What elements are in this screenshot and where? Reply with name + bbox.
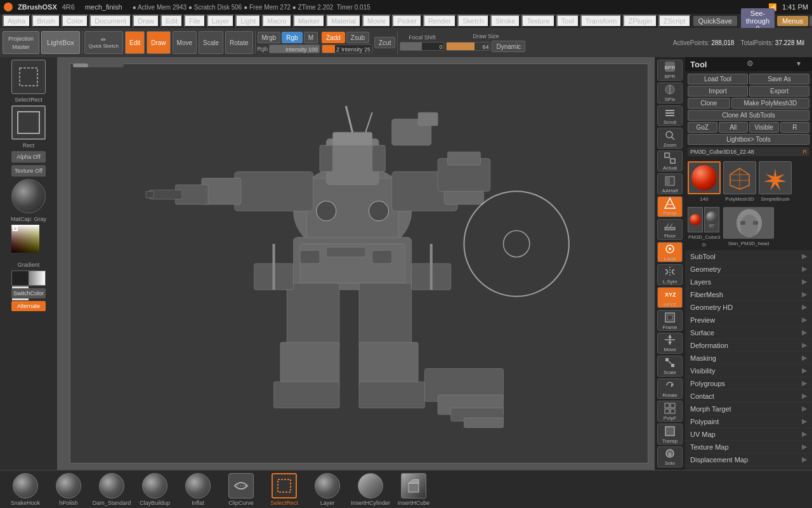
rotate-side-button[interactable]: Rotate — [657, 378, 683, 399]
quick-save-button[interactable]: QuickSave — [693, 16, 737, 26]
rgb-button[interactable]: Rgb — [282, 32, 302, 43]
menu-render[interactable]: Render — [423, 15, 456, 27]
dynamic-button[interactable]: Dynamic — [492, 41, 525, 52]
tool-section-geometry[interactable]: Geometry ▶ — [685, 263, 812, 276]
import-button[interactable]: Import — [688, 86, 748, 97]
zcut-button[interactable]: Zcut — [374, 37, 395, 48]
tool-section-polygroups[interactable]: Polygroups ▶ — [685, 377, 812, 390]
brush-insert-hcylinder[interactable]: InsertHCylinder — [351, 473, 390, 506]
edit-button[interactable]: Edit — [125, 31, 145, 54]
tool-section-texture-map[interactable]: Texture Map ▶ — [685, 441, 812, 453]
oxyz-button[interactable]: XYZ oXYZ — [657, 287, 683, 308]
bpr-button[interactable]: BPR BPR — [657, 60, 683, 81]
brush-dam-standard[interactable]: Dam_Standard — [93, 473, 131, 506]
tool-section-layers[interactable]: Layers ▶ — [685, 276, 812, 288]
canvas-area[interactable] — [57, 57, 655, 470]
persp-button[interactable]: Persp — [657, 196, 683, 217]
lightbox-button[interactable]: LightBox — [41, 31, 80, 54]
menu-color[interactable]: Color — [62, 15, 88, 27]
texture-off-button[interactable]: Texture Off — [11, 165, 46, 177]
thumb-pm3d-1[interactable]: 87 PM3D_Cube3D — [688, 207, 721, 248]
default-zscript-button[interactable]: DefaultZScript — [809, 16, 812, 26]
floor-button[interactable]: Floor — [657, 219, 683, 240]
clone-all-button[interactable]: Clone All SubTools — [688, 110, 809, 121]
tool-section-uv-map[interactable]: UV Map ▶ — [685, 428, 812, 441]
tool-section-visibility[interactable]: Visibility ▶ — [685, 364, 812, 377]
menu-sketch[interactable]: Sketch — [457, 15, 489, 27]
tool-section-masking[interactable]: Masking ▶ — [685, 352, 812, 364]
menu-alpha[interactable]: Alpha — [3, 15, 30, 27]
menu-macro[interactable]: Macro — [262, 15, 292, 27]
select-rect-icon[interactable] — [11, 60, 46, 94]
menu-document[interactable]: Document — [89, 15, 131, 27]
menu-zplugin[interactable]: ZPlugin — [623, 15, 657, 27]
tool-section-geometry-hd[interactable]: Geometry HD ▶ — [685, 301, 812, 314]
all-button[interactable]: All — [719, 122, 749, 133]
menu-brush[interactable]: Brush — [32, 15, 60, 27]
lsym-button[interactable]: L.Sym — [657, 264, 683, 285]
tool-section-subtool[interactable]: SubTool ▶ — [685, 250, 812, 263]
brush-selectrect[interactable]: SelectRect — [265, 473, 303, 506]
scale-side-button[interactable]: Scale — [657, 356, 683, 377]
thumb-simplebrush[interactable]: SimpleBrush — [759, 161, 792, 202]
menu-layer[interactable]: Layer — [207, 15, 235, 27]
menu-movie[interactable]: Movie — [362, 15, 391, 27]
clone-button[interactable]: Clone — [688, 98, 730, 109]
r-label[interactable]: R — [803, 149, 808, 155]
menu-picker[interactable]: Picker — [392, 15, 422, 27]
visible-button[interactable]: Visible — [749, 122, 779, 133]
tool-collapse-icon[interactable]: ▾ — [797, 59, 807, 69]
tool-settings-icon[interactable]: ⚙ — [747, 59, 757, 69]
mrgb-button[interactable]: Mrgb — [258, 32, 281, 43]
brush-insert-hcube[interactable]: InsertHCube — [395, 473, 433, 506]
polyf-button[interactable]: PolyF — [657, 401, 683, 422]
menu-material[interactable]: Material — [326, 15, 361, 27]
actual-button[interactable]: Actual — [657, 150, 683, 171]
focal-shift-slider[interactable]: 0 — [400, 42, 444, 51]
menu-draw[interactable]: Draw — [133, 15, 159, 27]
zadd-button[interactable]: Zadd — [322, 32, 345, 43]
solo-button[interactable]: S Solo — [657, 446, 683, 467]
quick-sketch-button[interactable]: ✏ Quick Sketch — [84, 31, 123, 54]
frame-button[interactable]: Frame — [657, 310, 683, 331]
brush-hpolish[interactable]: hPolish — [49, 473, 88, 506]
thumb-polymesh[interactable]: PolyMesh3D — [723, 161, 756, 202]
canvas-viewport[interactable] — [70, 64, 648, 464]
zoom-button[interactable]: Zoom — [657, 128, 683, 149]
tool-section-surface[interactable]: Surface ▶ — [685, 326, 812, 339]
menu-zscript[interactable]: ZScript — [658, 15, 691, 27]
alternate-button[interactable]: Alternate — [11, 301, 46, 311]
rotate-button[interactable]: Rotate — [225, 31, 252, 54]
make-polymesh-button[interactable]: Make PolyMesh3D — [731, 98, 809, 109]
gradient-swatch[interactable] — [11, 271, 46, 286]
save-as-button[interactable]: Save As — [749, 74, 809, 84]
tool-section-displacement-map[interactable]: Displacement Map ▶ — [685, 453, 812, 466]
tool-section-fibermesh[interactable]: FiberMesh ▶ — [685, 288, 812, 301]
z-intensity-slider[interactable]: Z Intensity 25 — [322, 44, 372, 53]
brush-clipcurve[interactable]: ClipCurve — [222, 473, 260, 506]
local-button[interactable]: Local — [657, 242, 683, 263]
aahalf-button[interactable]: AAHalf — [657, 173, 683, 194]
m-button[interactable]: M — [304, 32, 318, 43]
tool-section-preview[interactable]: Preview ▶ — [685, 314, 812, 326]
menu-file[interactable]: File — [184, 15, 206, 27]
draw-size-slider[interactable]: 64 — [446, 42, 490, 51]
menu-light[interactable]: Light — [235, 15, 261, 27]
move-side-button[interactable]: Move — [657, 333, 683, 354]
load-tool-button[interactable]: Load Tool — [688, 74, 748, 84]
r-button[interactable]: R — [780, 122, 810, 133]
switch-color-button[interactable]: SwitchColor — [11, 288, 46, 298]
spix-button[interactable]: SPix — [657, 83, 683, 104]
matcap-sphere[interactable] — [11, 179, 46, 213]
menu-stroke[interactable]: Stroke — [490, 15, 521, 27]
brush-layer[interactable]: Layer — [308, 473, 346, 506]
alpha-off-button[interactable]: Alpha Off — [11, 151, 46, 163]
thumb-red-sphere[interactable]: 140 — [688, 161, 721, 202]
tool-section-deformation[interactable]: Deformation ▶ — [685, 339, 812, 352]
rgb-intensity-slider[interactable]: Intensity 100 — [269, 44, 320, 53]
thumb-skin[interactable]: Skin_PM3D_head — [723, 207, 774, 248]
draw-button[interactable]: Draw — [147, 31, 170, 54]
goz-button[interactable]: GoZ — [688, 122, 717, 133]
tool-section-contact[interactable]: Contact ▶ — [685, 390, 812, 403]
menu-edit[interactable]: Edit — [160, 15, 183, 27]
